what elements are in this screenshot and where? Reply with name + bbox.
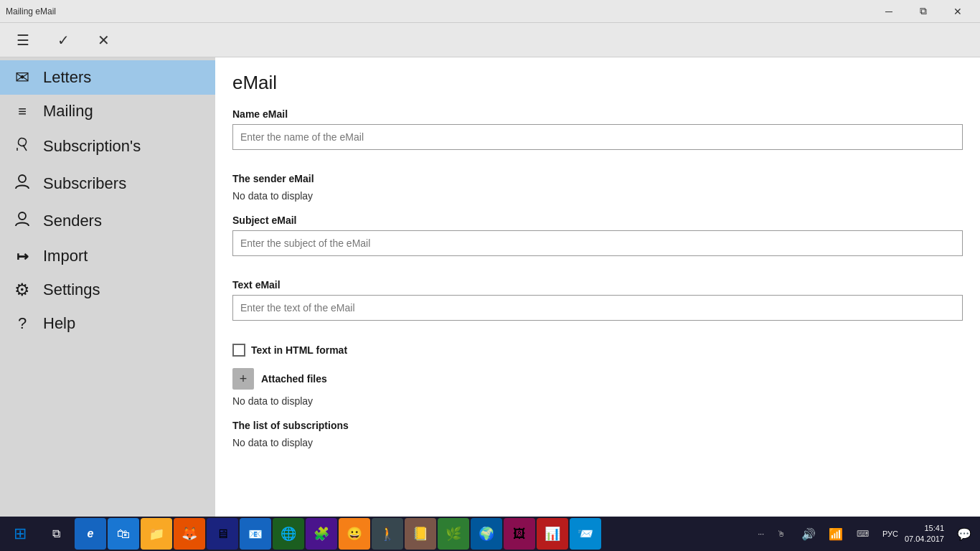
help-icon: ? bbox=[11, 314, 33, 333]
add-attachment-button[interactable]: + bbox=[232, 368, 254, 390]
task-view-button[interactable]: ⧉ bbox=[39, 518, 73, 550]
cancel-icon: ✕ bbox=[98, 32, 110, 49]
attached-files-section: + Attached files No data to display bbox=[232, 368, 963, 408]
title-bar: Mailing eMail ─ ⧉ ✕ bbox=[0, 0, 980, 23]
panel-title: eMail bbox=[232, 72, 963, 94]
firefox-app[interactable]: 🦊 bbox=[174, 518, 205, 550]
sidebar-label-subscribers: Subscribers bbox=[43, 174, 126, 193]
sidebar-item-settings[interactable]: ⚙ Settings bbox=[0, 273, 215, 307]
sidebar-item-senders[interactable]: Senders bbox=[0, 202, 215, 240]
clock-date: 07.04.2017 bbox=[905, 534, 944, 545]
sender-email-label: The sender eMail bbox=[232, 173, 963, 184]
main-content: ✉ Letters ≡ Mailing Subscription's bbox=[0, 57, 980, 517]
sidebar-item-mailing[interactable]: ≡ Mailing bbox=[0, 95, 215, 128]
tray-keyboard-icon: ⌨ bbox=[850, 518, 876, 550]
subscribers-icon bbox=[11, 172, 33, 195]
toolbar: ☰ ✓ ✕ bbox=[0, 23, 980, 57]
app-title: Mailing eMail bbox=[6, 6, 56, 17]
name-email-label: Name eMail bbox=[232, 108, 963, 120]
sidebar-item-subscriptions[interactable]: Subscription's bbox=[0, 128, 215, 165]
html-checkbox-row: Text in HTML format bbox=[232, 344, 963, 357]
maximize-button[interactable]: ⧉ bbox=[907, 0, 940, 23]
name-email-input[interactable] bbox=[232, 124, 963, 150]
attach-header-row: + Attached files bbox=[232, 368, 963, 390]
photo-app[interactable]: 🖼 bbox=[504, 518, 535, 550]
cancel-toolbar-button[interactable]: ✕ bbox=[89, 26, 118, 55]
name-email-section: Name eMail bbox=[232, 108, 963, 161]
hamburger-button[interactable]: ☰ bbox=[9, 26, 37, 55]
sidebar-item-letters[interactable]: ✉ Letters bbox=[0, 60, 215, 95]
subject-email-section: Subject eMail bbox=[232, 215, 963, 268]
globe-app[interactable]: 🌍 bbox=[471, 518, 502, 550]
tray-overflow-button[interactable]: ··· bbox=[755, 530, 767, 538]
tray-wifi-icon[interactable]: 📶 bbox=[823, 518, 849, 550]
import-icon: ↦ bbox=[11, 248, 33, 265]
sender-email-section: The sender eMail No data to display bbox=[232, 173, 963, 203]
tray-hardware-icon: 🖱 bbox=[768, 518, 794, 550]
sidebar-label-settings: Settings bbox=[43, 281, 100, 299]
sidebar-label-import: Import bbox=[43, 247, 88, 265]
title-bar-right: ─ ⧉ ✕ bbox=[872, 0, 974, 23]
remote-app[interactable]: 🖥 bbox=[207, 518, 238, 550]
send-app[interactable]: 📨 bbox=[570, 518, 601, 550]
taskbar: ⊞ ⧉ e 🛍 📁 🦊 🖥 📧 🌐 🧩 😀 🚶 📒 🌿 🌍 🖼 📊 📨 ··· … bbox=[0, 517, 980, 551]
hamburger-icon: ☰ bbox=[17, 32, 29, 49]
subscriptions-list-section: The list of subscriptions No data to dis… bbox=[232, 420, 963, 450]
tray-volume-icon[interactable]: 🔊 bbox=[796, 518, 821, 550]
file-explorer-app[interactable]: 📁 bbox=[141, 518, 172, 550]
sidebar-label-mailing: Mailing bbox=[43, 102, 93, 121]
sidebar-item-import[interactable]: ↦ Import bbox=[0, 240, 215, 273]
taskbar-clock[interactable]: 15:41 07.04.2017 bbox=[905, 523, 950, 545]
attached-no-data: No data to display bbox=[232, 394, 963, 408]
senders-icon bbox=[11, 209, 33, 232]
leaf-app[interactable]: 🌿 bbox=[438, 518, 469, 550]
subscriptions-icon bbox=[11, 135, 33, 158]
subscriptions-no-data: No data to display bbox=[232, 435, 963, 450]
note-app[interactable]: 📒 bbox=[405, 518, 436, 550]
face-app[interactable]: 😀 bbox=[339, 518, 370, 550]
text-email-input[interactable] bbox=[232, 295, 963, 321]
mailing-icon: ≡ bbox=[11, 103, 33, 120]
close-button[interactable]: ✕ bbox=[941, 0, 974, 23]
svg-point-2 bbox=[19, 212, 26, 220]
confirm-button[interactable]: ✓ bbox=[49, 26, 77, 55]
svg-point-1 bbox=[19, 175, 26, 182]
sidebar: ✉ Letters ≡ Mailing Subscription's bbox=[0, 57, 215, 517]
mail-app-1[interactable]: 📧 bbox=[240, 518, 271, 550]
tray-lang-indicator[interactable]: РУС bbox=[877, 518, 903, 550]
sidebar-label-letters: Letters bbox=[43, 68, 91, 87]
subscriptions-list-label: The list of subscriptions bbox=[232, 420, 963, 431]
minimize-button[interactable]: ─ bbox=[872, 0, 905, 23]
store-app[interactable]: 🛍 bbox=[108, 518, 139, 550]
puzzle-app[interactable]: 🧩 bbox=[306, 518, 337, 550]
html-format-checkbox[interactable] bbox=[232, 344, 245, 357]
action-center-icon[interactable]: 💬 bbox=[951, 518, 977, 550]
text-email-label: Text eMail bbox=[232, 279, 963, 291]
sidebar-label-help: Help bbox=[43, 314, 75, 333]
right-panel: eMail Name eMail The sender eMail No dat… bbox=[215, 57, 980, 517]
sidebar-label-senders: Senders bbox=[43, 212, 102, 230]
sidebar-item-help[interactable]: ? Help bbox=[0, 307, 215, 340]
earth-app[interactable]: 🌐 bbox=[273, 518, 304, 550]
text-email-section: Text eMail bbox=[232, 279, 963, 332]
person-app[interactable]: 🚶 bbox=[372, 518, 403, 550]
sidebar-label-subscriptions: Subscription's bbox=[43, 137, 141, 156]
subject-email-input[interactable] bbox=[232, 230, 963, 256]
html-format-label: Text in HTML format bbox=[251, 344, 347, 356]
attached-files-label: Attached files bbox=[261, 373, 327, 385]
subject-email-label: Subject eMail bbox=[232, 215, 963, 226]
start-button[interactable]: ⊞ bbox=[3, 518, 37, 550]
edge-app[interactable]: e bbox=[75, 518, 106, 550]
letters-icon: ✉ bbox=[11, 67, 33, 88]
check-icon: ✓ bbox=[57, 32, 70, 49]
title-bar-left: Mailing eMail bbox=[6, 6, 56, 17]
sender-no-data: No data to display bbox=[232, 189, 963, 203]
slides-app[interactable]: 📊 bbox=[537, 518, 568, 550]
clock-time: 15:41 bbox=[905, 523, 944, 534]
settings-icon: ⚙ bbox=[11, 280, 33, 300]
sidebar-item-subscribers[interactable]: Subscribers bbox=[0, 165, 215, 202]
